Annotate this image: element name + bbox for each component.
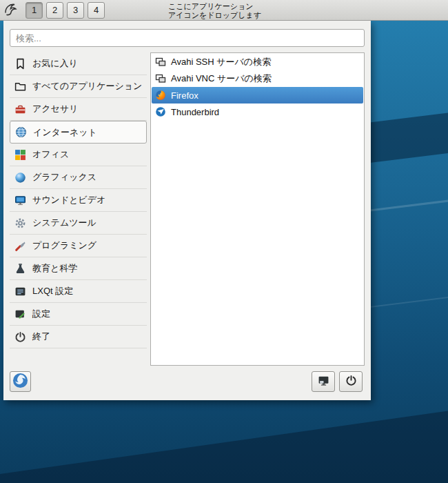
category-list: お気に入り すべてのアプリケーション アクセサリ xyxy=(10,52,147,348)
gear-icon xyxy=(14,217,26,229)
category-item-education-science[interactable]: 教育と科学 xyxy=(10,257,147,280)
category-item-system-tools[interactable]: システムツール xyxy=(10,212,147,235)
category-label: 教育と科学 xyxy=(32,262,77,275)
quicklaunch-drop-hint: ここにアプリケーション アイコンをドロップします xyxy=(168,1,261,19)
flask-icon xyxy=(14,262,26,275)
toolbox-icon xyxy=(14,103,26,115)
workspace-button-2[interactable]: 2 xyxy=(46,2,63,19)
app-item-firefox[interactable]: Firefox xyxy=(152,87,363,103)
top-panel: 1 2 3 4 ここにアプリケーション アイコンをドロップします xyxy=(0,0,448,21)
bookmark-icon xyxy=(14,57,26,70)
workspace-button-1[interactable]: 1 xyxy=(26,2,43,19)
category-label: インターネット xyxy=(33,126,97,139)
category-item-internet[interactable]: インターネット xyxy=(10,121,147,144)
drop-hint-line1: ここにアプリケーション xyxy=(168,2,261,11)
power-icon xyxy=(14,331,26,343)
lxqt-logo-icon xyxy=(12,373,28,391)
category-label: すべてのアプリケーション xyxy=(32,80,142,92)
category-label: 設定 xyxy=(32,308,50,320)
preferences-icon xyxy=(14,308,26,320)
app-item-avahi-vnc[interactable]: Avahi VNC サーバの検索 xyxy=(152,70,363,87)
category-item-sound-video[interactable]: サウンドとビデオ xyxy=(10,189,147,212)
office-icon xyxy=(14,148,26,161)
lxqt-logo-button[interactable] xyxy=(10,371,31,392)
workspace-switcher: 1 2 3 4 xyxy=(26,2,105,19)
app-label: Avahi SSH サーバの検索 xyxy=(171,56,271,68)
app-item-thunderbird[interactable]: Thunderbird xyxy=(152,103,363,120)
category-item-accessories[interactable]: アクセサリ xyxy=(10,98,147,121)
category-label: グラフィックス xyxy=(32,171,96,184)
category-label: お気に入り xyxy=(32,57,78,70)
category-item-office[interactable]: オフィス xyxy=(10,144,147,166)
category-item-programming[interactable]: プログラミング xyxy=(10,235,147,257)
category-item-graphics[interactable]: グラフィックス xyxy=(10,166,147,189)
globe-icon xyxy=(14,126,27,139)
app-label: Avahi VNC サーバの検索 xyxy=(171,72,272,85)
category-item-all-applications[interactable]: すべてのアプリケーション xyxy=(10,75,147,98)
category-item-preferences[interactable]: 設定 xyxy=(10,303,147,326)
folder-icon xyxy=(14,80,26,92)
category-label: システムツール xyxy=(32,217,96,229)
app-item-avahi-ssh[interactable]: Avahi SSH サーバの検索 xyxy=(152,54,363,70)
search-input[interactable] xyxy=(10,29,365,47)
power-icon xyxy=(345,375,357,389)
app-list: Avahi SSH サーバの検索 Avahi VNC サーバの検索 xyxy=(150,52,365,366)
app-label: Thunderbird xyxy=(171,107,219,117)
category-label: LXQt 設定 xyxy=(32,285,73,297)
category-label: 終了 xyxy=(32,331,50,343)
avahi-icon xyxy=(155,57,166,68)
workspace-button-4[interactable]: 4 xyxy=(88,2,105,19)
avahi-icon xyxy=(155,73,166,84)
app-menu-popup: お気に入り すべてのアプリケーション アクセサリ xyxy=(3,21,371,400)
category-label: サウンドとビデオ xyxy=(32,194,105,206)
screwdriver-icon xyxy=(14,239,26,252)
lxqt-bird-icon xyxy=(3,1,19,20)
lock-screen-icon xyxy=(318,375,329,389)
sphere-icon xyxy=(14,171,26,184)
lxqt-settings-icon xyxy=(14,285,26,297)
lock-screen-button[interactable] xyxy=(312,371,335,392)
category-item-lxqt-settings[interactable]: LXQt 設定 xyxy=(10,280,147,303)
shutdown-button[interactable] xyxy=(339,371,363,392)
drop-hint-line2: アイコンをドロップします xyxy=(168,11,261,20)
category-item-leave[interactable]: 終了 xyxy=(10,326,147,348)
monitor-icon xyxy=(14,194,26,206)
category-label: プログラミング xyxy=(32,239,96,252)
category-label: アクセサリ xyxy=(32,103,79,115)
category-item-favorites[interactable]: お気に入り xyxy=(10,52,147,75)
thunderbird-icon xyxy=(155,106,166,117)
panel-menu-button[interactable] xyxy=(1,1,20,19)
category-label: オフィス xyxy=(32,148,69,161)
firefox-icon xyxy=(155,90,166,101)
workspace-button-3[interactable]: 3 xyxy=(67,2,84,19)
app-label: Firefox xyxy=(171,90,198,101)
